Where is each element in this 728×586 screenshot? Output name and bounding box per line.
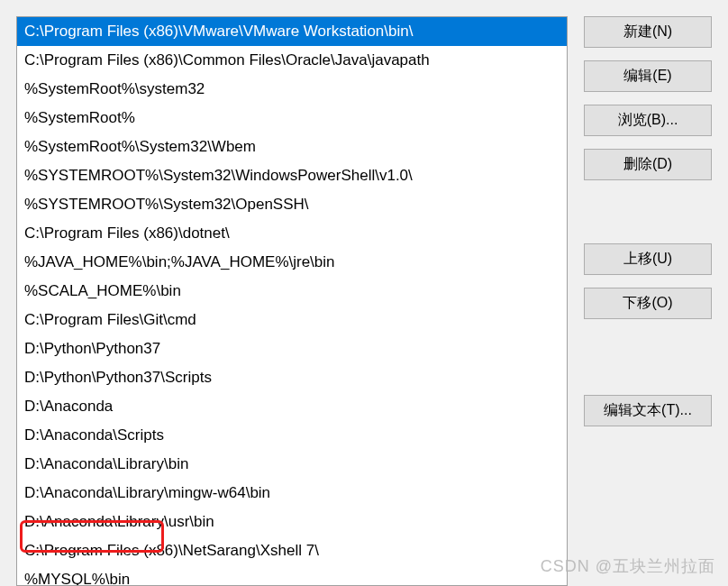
- list-item[interactable]: C:\Program Files (x86)\dotnet\: [17, 219, 567, 248]
- browse-button[interactable]: 浏览(B)...: [584, 105, 712, 136]
- list-item[interactable]: %SystemRoot%: [17, 104, 567, 133]
- list-item[interactable]: %SystemRoot%\System32\Wbem: [17, 133, 567, 161]
- button-label: 新建(N): [623, 23, 672, 39]
- list-item[interactable]: %SystemRoot%\system32: [17, 75, 567, 104]
- list-item[interactable]: %SCALA_HOME%\bin: [17, 277, 567, 306]
- list-item[interactable]: D:\Anaconda: [17, 392, 567, 421]
- list-item[interactable]: %SYSTEMROOT%\System32\OpenSSH\: [17, 190, 567, 219]
- list-item[interactable]: D:\Anaconda\Library\mingw-w64\bin: [17, 479, 567, 508]
- list-item[interactable]: %SYSTEMROOT%\System32\WindowsPowerShell\…: [17, 161, 567, 190]
- list-item[interactable]: C:\Program Files (x86)\VMware\VMware Wor…: [17, 17, 567, 46]
- list-item[interactable]: D:\Python\Python37\Scripts: [17, 363, 567, 392]
- button-label: 编辑(E): [623, 68, 671, 83]
- list-item[interactable]: C:\Program Files (x86)\NetSarang\Xshell …: [17, 536, 567, 565]
- move-up-button[interactable]: 上移(U): [584, 243, 712, 275]
- button-label: 下移(O): [623, 295, 672, 310]
- button-label: 编辑文本(T)...: [604, 402, 692, 417]
- list-item[interactable]: D:\Anaconda\Library\usr\bin: [17, 508, 567, 536]
- list-item[interactable]: %JAVA_HOME%\bin;%JAVA_HOME%\jre\bin: [17, 248, 567, 277]
- list-item[interactable]: D:\Anaconda\Library\bin: [17, 450, 567, 479]
- list-item[interactable]: C:\Program Files (x86)\Common Files\Orac…: [17, 46, 567, 75]
- list-item[interactable]: %MYSQL%\bin: [17, 565, 567, 586]
- list-item[interactable]: C:\Program Files\Git\cmd: [17, 306, 567, 334]
- delete-button[interactable]: 删除(D): [584, 149, 712, 180]
- button-label: 删除(D): [623, 156, 672, 171]
- button-label: 上移(U): [623, 251, 672, 266]
- button-label: 浏览(B)...: [618, 112, 678, 127]
- edit-text-button[interactable]: 编辑文本(T)...: [584, 395, 712, 426]
- edit-button[interactable]: 编辑(E): [584, 60, 712, 92]
- new-button[interactable]: 新建(N): [584, 16, 712, 48]
- button-panel: 新建(N) 编辑(E) 浏览(B)... 删除(D) 上移(U) 下移(O) 编…: [584, 16, 712, 586]
- list-item[interactable]: D:\Python\Python37: [17, 334, 567, 363]
- dialog-content: C:\Program Files (x86)\VMware\VMware Wor…: [0, 0, 728, 586]
- spacer: [584, 332, 712, 382]
- path-list[interactable]: C:\Program Files (x86)\VMware\VMware Wor…: [16, 16, 568, 586]
- move-down-button[interactable]: 下移(O): [584, 288, 712, 319]
- spacer: [584, 193, 712, 231]
- list-item[interactable]: D:\Anaconda\Scripts: [17, 421, 567, 450]
